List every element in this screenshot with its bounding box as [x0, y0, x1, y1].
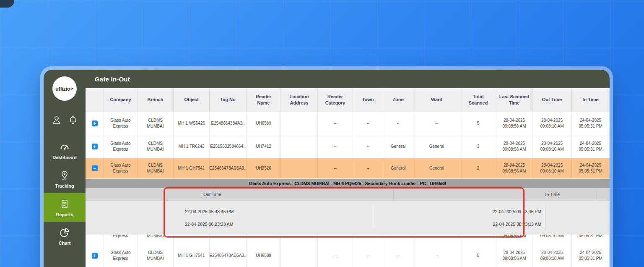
table-cell: 28-04-2025 09:08:10 AM: [532, 242, 572, 267]
table-cell: Glass Auto Express: [104, 112, 138, 135]
table-cell: 28-04-2025 09:08:10 AM: [532, 135, 572, 158]
column-header[interactable]: Total Scanned: [460, 88, 496, 112]
column-header[interactable]: Reader Name: [247, 88, 281, 112]
expand-row-button[interactable]: +: [92, 253, 98, 259]
collapse-row-button[interactable]: −: [92, 165, 98, 171]
expanded-detail-table: Out Time In Time 22-04-2025 05:43:45 PM …: [86, 188, 610, 235]
table-cell: 28-04-2025 09:08:56 AM: [496, 135, 532, 158]
expand-cell: [86, 235, 104, 242]
table-row: −Glass Auto ExpressCLDMS MUMBAIMH 1 GH75…: [86, 158, 610, 179]
table-cell: 24-04-2025 05:05:31 PM: [572, 242, 610, 267]
sidebar-item-tracking[interactable]: Tracking: [44, 165, 86, 193]
table-cell: E25486478AD5A3..: [210, 242, 247, 267]
table-cell: E25486478AD5A3..: [210, 158, 247, 178]
table-cell: --: [318, 242, 353, 267]
sidebar: uffizio ➤ DashboardTrackingReportsChart: [44, 70, 86, 267]
column-header[interactable]: Zone: [383, 88, 413, 112]
table-cell: Glass Auto Express: [104, 135, 138, 158]
table-cell: [247, 235, 281, 242]
table-cell: --: [413, 112, 460, 135]
dashboard-icon: [59, 141, 70, 152]
app-logo[interactable]: uffizio ➤: [52, 76, 77, 101]
page-titlebar: Gate In-Out: [86, 70, 610, 88]
column-header[interactable]: Object: [174, 88, 210, 112]
expand-cell: +: [86, 112, 104, 135]
logo-arrow-icon: ➤: [70, 86, 74, 91]
table-cell: 24-04-2025 05:05:31 PM: [572, 135, 610, 158]
reports-icon: [60, 199, 70, 209]
sidebar-item-dashboard[interactable]: Dashboard: [44, 136, 86, 165]
column-header[interactable]: Company: [104, 88, 138, 112]
detail-in-time-value: 22-04-2025 08:23:13 AM: [375, 218, 546, 230]
table-cell: [281, 242, 318, 267]
table-cell: E2548664384A3..: [210, 112, 247, 135]
app-window: uffizio ➤ DashboardTrackingReportsChart …: [40, 66, 613, 267]
table-cell: UH6589: [247, 112, 281, 135]
table-cell: --: [318, 158, 353, 178]
detail-row: 22-04-2025 05:43:45 PM 22-04-2025 03:43:…: [86, 205, 610, 218]
detail-col-out-time: Out Time: [165, 188, 394, 201]
table-row: +Glass Auto ExpressCLDMS MUMBAIMH 1 WS54…: [86, 112, 610, 135]
page-title: Gate In-Out: [95, 76, 130, 83]
table-cell: 28-04-2025 09:08:56 AM: [496, 112, 532, 135]
table-cell: 28-04-2025 09:08:10 AM: [532, 158, 572, 178]
table-cell: UH7412: [247, 135, 281, 158]
table-cell: General: [383, 135, 413, 158]
table-cell: --: [353, 135, 383, 158]
table-cell: [383, 235, 413, 242]
expand-cell: −: [86, 158, 104, 178]
sidebar-top-icons: [52, 115, 78, 125]
table-cell: [318, 235, 353, 242]
table-cell: CLDMS MUMBAI: [138, 158, 174, 178]
expand-cell: +: [86, 242, 104, 267]
table-cell: --: [353, 242, 383, 267]
table-cell: [413, 235, 460, 242]
table-cell: --: [383, 242, 413, 267]
sidebar-item-label: Tracking: [55, 183, 74, 188]
column-header[interactable]: Ward: [413, 88, 460, 112]
column-header[interactable]: Location Address: [281, 88, 318, 112]
column-header[interactable]: Last Scanned Time: [496, 88, 532, 112]
logo-text: uffizio: [55, 86, 70, 92]
table-cell: Glass Auto Express: [104, 235, 138, 242]
table-cell: 5: [460, 112, 496, 135]
table-cell: MH 1 GH7541: [174, 242, 210, 267]
column-header[interactable]: Reader Category: [318, 88, 353, 112]
table-row: Glass Auto ExpressCLDMS MUMBAI28-04-2025…: [86, 235, 610, 242]
bell-icon[interactable]: [68, 115, 78, 125]
tracking-icon: [60, 170, 70, 181]
column-header[interactable]: Town: [353, 88, 383, 112]
sidebar-item-reports[interactable]: Reports: [44, 193, 86, 222]
user-icon[interactable]: [52, 115, 62, 125]
expand-cell: +: [86, 135, 104, 158]
expand-row-button[interactable]: +: [92, 120, 98, 126]
chart-icon: [59, 227, 70, 238]
table-cell: --: [413, 242, 460, 267]
table-cell: 24-04-2025 05:05:31 PM: [572, 158, 610, 178]
table-cell: Glass Auto Express: [104, 242, 138, 267]
sidebar-item-chart[interactable]: Chart: [44, 222, 86, 250]
column-header[interactable]: Branch: [138, 88, 174, 112]
column-header[interactable]: Out Time: [532, 88, 572, 112]
detail-out-time-value: 22-04-2025 05:43:45 PM: [165, 205, 375, 218]
column-header[interactable]: In Time: [572, 88, 610, 112]
table-cell: [210, 235, 247, 242]
table-row: +Glass Auto ExpressCLDMS MUMBAIMH 1 GH75…: [86, 242, 610, 267]
table-cell: MH 1 GH7541: [174, 158, 210, 178]
detail-body: 22-04-2025 05:43:45 PM 22-04-2025 03:43:…: [86, 201, 610, 235]
table-cell: 28-04-2025 09:08:56 AM: [496, 242, 532, 267]
table-cell: CLDMS MUMBAI: [138, 112, 174, 135]
table-row: +Glass Auto ExpressCLDMS MUMBAIMH 1 TR62…: [86, 135, 610, 158]
table-cell: [281, 112, 318, 135]
table-cell: --: [353, 112, 383, 135]
expanded-row-title: Glass Auto Express - CLDMS MUMBAI - MH 6…: [86, 179, 610, 188]
main-area: Gate In-Out CompanyBranchObjectTag NoRea…: [86, 70, 610, 267]
column-header[interactable]: Tag No: [210, 88, 247, 112]
expand-row-button[interactable]: +: [92, 144, 98, 149]
table-cell: CLDMS MUMBAI: [138, 135, 174, 158]
table-cell: General: [413, 135, 460, 158]
table-cell: MH 1 WS5426: [174, 112, 210, 135]
table-cell: CLDMS MUMBAI: [138, 242, 174, 267]
table-cell: [460, 235, 496, 242]
expand-column-header[interactable]: [86, 88, 104, 112]
